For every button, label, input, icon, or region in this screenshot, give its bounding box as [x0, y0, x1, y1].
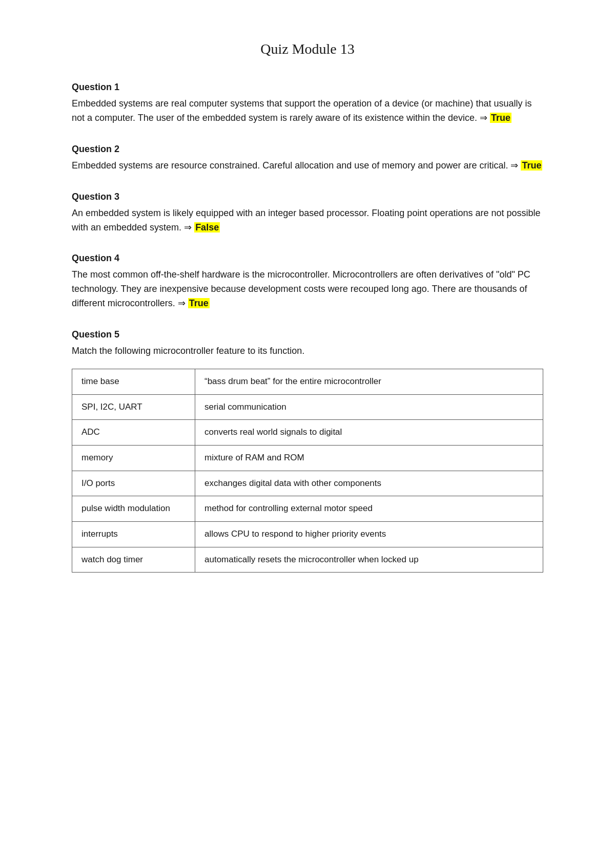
- question-1-block: Question 1 Embedded systems are real com…: [72, 82, 543, 125]
- table-row: interruptsallows CPU to respond to highe…: [72, 521, 543, 547]
- function-cell: allows CPU to respond to higher priority…: [195, 521, 543, 547]
- feature-cell: memory: [72, 445, 195, 471]
- question-3-body: An embedded system is likely equipped wi…: [72, 208, 541, 232]
- table-row: watch dog timerautomatically resets the …: [72, 547, 543, 573]
- question-5-label: Question 5: [72, 329, 543, 340]
- question-1-text: Embedded systems are real computer syste…: [72, 97, 543, 125]
- table-row: memorymixture of RAM and ROM: [72, 445, 543, 471]
- question-2-answer: True: [521, 160, 542, 171]
- feature-cell: watch dog timer: [72, 547, 195, 573]
- page-title: Quiz Module 13: [72, 41, 543, 57]
- question-5-text: Match the following microcontroller feat…: [72, 344, 543, 358]
- function-cell: converts real world signals to digital: [195, 420, 543, 446]
- feature-cell: time base: [72, 369, 195, 395]
- match-table: time base“bass drum beat” for the entire…: [72, 369, 543, 573]
- question-4-answer: True: [188, 298, 210, 308]
- table-row: time base“bass drum beat” for the entire…: [72, 369, 543, 395]
- question-1-label: Question 1: [72, 82, 543, 93]
- function-cell: exchanges digital data with other compon…: [195, 471, 543, 496]
- table-row: ADCconverts real world signals to digita…: [72, 420, 543, 446]
- question-4-text: The most common off-the-shelf hardware i…: [72, 268, 543, 311]
- question-2-label: Question 2: [72, 144, 543, 155]
- question-3-block: Question 3 An embedded system is likely …: [72, 192, 543, 235]
- question-2-text: Embedded systems are resource constraine…: [72, 159, 543, 173]
- table-row: SPI, I2C, UARTserial communication: [72, 394, 543, 420]
- question-3-answer: False: [194, 222, 220, 232]
- feature-cell: pulse width modulation: [72, 496, 195, 522]
- question-3-text: An embedded system is likely equipped wi…: [72, 206, 543, 235]
- question-4-label: Question 4: [72, 253, 543, 264]
- question-4-body: The most common off-the-shelf hardware i…: [72, 269, 530, 308]
- function-cell: automatically resets the microcontroller…: [195, 547, 543, 573]
- table-row: I/O portsexchanges digital data with oth…: [72, 471, 543, 496]
- function-cell: serial communication: [195, 394, 543, 420]
- question-1-answer: True: [490, 113, 511, 123]
- function-cell: mixture of RAM and ROM: [195, 445, 543, 471]
- question-4-block: Question 4 The most common off-the-shelf…: [72, 253, 543, 311]
- feature-cell: SPI, I2C, UART: [72, 394, 195, 420]
- question-1-body: Embedded systems are real computer syste…: [72, 98, 531, 123]
- function-cell: method for controlling external motor sp…: [195, 496, 543, 522]
- question-3-label: Question 3: [72, 192, 543, 202]
- feature-cell: ADC: [72, 420, 195, 446]
- table-row: pulse width modulationmethod for control…: [72, 496, 543, 522]
- question-2-body: Embedded systems are resource constraine…: [72, 160, 521, 171]
- feature-cell: I/O ports: [72, 471, 195, 496]
- question-5-block: Question 5 Match the following microcont…: [72, 329, 543, 573]
- function-cell: “bass drum beat” for the entire microcon…: [195, 369, 543, 395]
- question-2-block: Question 2 Embedded systems are resource…: [72, 144, 543, 173]
- feature-cell: interrupts: [72, 521, 195, 547]
